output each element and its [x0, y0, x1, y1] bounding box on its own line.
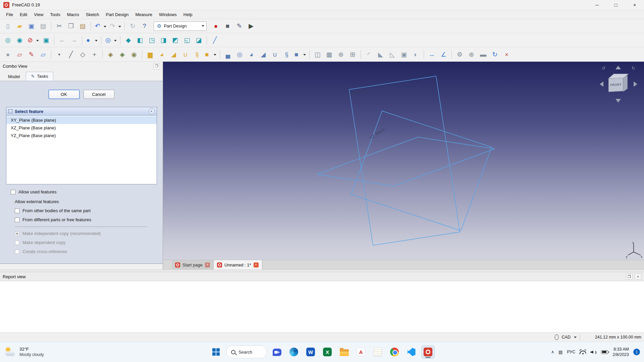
additive-primitive-icon[interactable]: ■	[203, 49, 217, 60]
datum-point-icon[interactable]: •	[54, 49, 65, 60]
notification-badge[interactable]: 1	[633, 349, 640, 355]
fillet-icon[interactable]: ◜	[363, 49, 374, 60]
subtractive-helix-icon[interactable]: §	[281, 49, 292, 60]
cube-body[interactable]: FRONT	[608, 74, 629, 94]
create-sketch-icon[interactable]: ▱	[14, 49, 25, 60]
search-box[interactable]: Search	[226, 346, 267, 358]
local-coordinate-system-icon[interactable]: +	[89, 49, 100, 60]
view-right-icon[interactable]: ◨	[158, 35, 169, 46]
shape-binder-icon[interactable]: ◈	[105, 49, 116, 60]
view-top-icon[interactable]: ◳	[146, 35, 157, 46]
subtractive-primitive-icon[interactable]: ■	[293, 49, 307, 60]
new-document-icon[interactable]: ▯	[2, 21, 13, 32]
datum-plane-icon[interactable]: ◇	[77, 49, 88, 60]
close-tab-icon[interactable]: ×	[205, 262, 210, 267]
ok-button[interactable]: OK	[49, 90, 79, 99]
datum-line-icon[interactable]: ╱	[65, 49, 76, 60]
freecad-icon[interactable]	[421, 345, 435, 359]
make-dependent-copy-radio[interactable]: Make dependent copy	[15, 240, 163, 245]
subtractive-pipe-icon[interactable]: ∪	[269, 49, 280, 60]
rotate-ccw-icon[interactable]: ↺	[602, 66, 605, 71]
chevron-down-icon[interactable]	[574, 337, 577, 338]
feature-item[interactable]: XY_Plane (Base plane)	[6, 116, 157, 124]
pocket-icon[interactable]: ▄	[222, 49, 233, 60]
3d-viewport[interactable]: XZ_Plane YZ_Plane ↺ ↻ FRONT	[163, 62, 644, 260]
view-bottom-icon[interactable]: ◱	[181, 35, 193, 46]
chrome-icon[interactable]	[388, 345, 401, 359]
menu-item-view[interactable]: View	[31, 11, 47, 18]
yz-plane-wire[interactable]	[351, 111, 492, 231]
linear-pattern-icon[interactable]: ▦	[324, 49, 335, 60]
view-axonometric-icon[interactable]: ◆	[123, 35, 134, 46]
menu-item-file[interactable]: File	[3, 11, 16, 18]
collapse-section-icon[interactable]: «	[149, 108, 155, 114]
sprocket-icon[interactable]: ⊛	[466, 49, 477, 60]
cube-arrow-left-icon[interactable]	[600, 81, 603, 87]
close-tab-icon[interactable]: ×	[254, 262, 259, 267]
menu-item-edit[interactable]: Edit	[16, 11, 31, 18]
select-feature-header[interactable]: Select feature «	[6, 107, 157, 116]
measure-linear-icon[interactable]: ↔	[426, 49, 437, 60]
boolean-operation-icon[interactable]: ◐	[410, 49, 421, 60]
panel-splitter[interactable]	[0, 269, 644, 272]
start-button-icon[interactable]	[209, 345, 223, 359]
close-button[interactable]: ×	[625, 0, 644, 10]
word-icon[interactable]: W	[304, 345, 317, 359]
nav-style-value[interactable]: CAD	[562, 335, 571, 340]
allow-used-features-checkbox[interactable]: Allow used features	[11, 189, 163, 194]
weather-widget[interactable]: 32°F Mostly cloudy	[0, 347, 44, 357]
edit-sketch-icon[interactable]: ✎	[26, 49, 37, 60]
print-icon[interactable]: ▤	[38, 21, 49, 32]
cancel-button[interactable]: Cancel	[84, 90, 114, 99]
multitransform-icon[interactable]: ⊞	[347, 49, 358, 60]
groove-icon[interactable]: ◕	[246, 49, 257, 60]
tray-chevron-icon[interactable]: ∧	[551, 350, 554, 354]
revolution-icon[interactable]: ◕	[156, 49, 167, 60]
fit-selection-icon[interactable]: ◉	[14, 35, 25, 46]
view-rear-icon[interactable]: ◩	[170, 35, 181, 46]
paste-icon[interactable]: ▤	[77, 21, 88, 32]
draft-icon[interactable]: ◺	[387, 49, 398, 60]
measure-refresh-icon[interactable]: ↻	[489, 49, 500, 60]
fit-all-icon[interactable]: ◎	[2, 35, 13, 46]
feature-item[interactable]: YZ_Plane (Base plane)	[6, 132, 157, 139]
cube-arrow-up-icon[interactable]	[615, 66, 621, 69]
additive-loft-icon[interactable]: ◢	[168, 49, 179, 60]
cube-front-face[interactable]: FRONT	[608, 78, 623, 92]
menu-item-part-design[interactable]: Part Design	[103, 11, 132, 18]
notes-icon[interactable]	[371, 345, 384, 359]
polar-pattern-icon[interactable]: ⊛	[335, 49, 346, 60]
macro-edit-icon[interactable]: ✎	[234, 21, 245, 32]
additive-pipe-icon[interactable]: ∪	[180, 49, 191, 60]
draw-style-icon[interactable]: ⊘	[26, 35, 40, 46]
file-explorer-icon[interactable]	[337, 345, 351, 359]
measure-distance-icon[interactable]: ╱	[209, 35, 220, 46]
whats-this-icon[interactable]: ?	[139, 21, 150, 32]
undo-icon[interactable]: ↶	[93, 21, 107, 32]
open-website-icon[interactable]: ●	[85, 35, 99, 46]
clock[interactable]: 8:33 AM 2/8/2023	[612, 347, 629, 358]
feature-item[interactable]: XZ_Plane (Base plane)	[6, 124, 157, 132]
shaft-design-wizard-icon[interactable]: ▬	[478, 49, 489, 60]
make-independent-copy-radio[interactable]: Make independent copy (recommended)	[15, 231, 163, 236]
chat-icon[interactable]	[270, 345, 284, 359]
navigation-cube[interactable]: ↺ ↻ FRONT	[598, 66, 639, 103]
view-front-icon[interactable]: ◧	[135, 35, 146, 46]
view-left-icon[interactable]: ◪	[193, 35, 204, 46]
tab-tasks[interactable]: ✎ Tasks	[26, 72, 53, 81]
vscode-icon[interactable]	[405, 345, 418, 359]
from-other-bodies-checkbox[interactable]: From other bodies of the same part	[15, 208, 163, 213]
volume-icon[interactable]	[590, 350, 597, 354]
cube-arrow-right-icon[interactable]	[634, 81, 637, 87]
rotate-cw-icon[interactable]: ↻	[632, 66, 635, 71]
redo-icon[interactable]: ↷	[108, 21, 122, 32]
wifi-icon[interactable]	[580, 350, 586, 354]
menu-item-help[interactable]: Help	[180, 11, 196, 18]
menu-item-measure[interactable]: Measure	[132, 11, 156, 18]
zoom-icon[interactable]: ◎	[104, 35, 118, 46]
cube-side-face[interactable]	[623, 75, 628, 92]
menu-item-sketch[interactable]: Sketch	[83, 11, 103, 18]
open-document-icon[interactable]: ▰	[14, 21, 25, 32]
xz-plane-wire[interactable]	[349, 76, 460, 245]
menu-item-tools[interactable]: Tools	[47, 11, 63, 18]
